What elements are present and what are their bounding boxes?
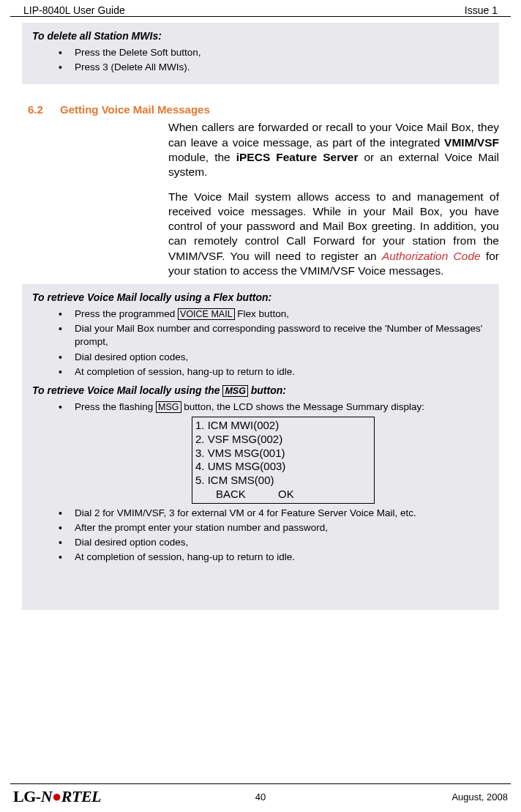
list-item: Dial your Mail Box number and correspond… xyxy=(59,322,489,349)
lcd-soft-buttons: BACK OK xyxy=(195,488,371,502)
lcd-line: 2. VSF MSG(002) xyxy=(195,433,371,447)
list-item: Dial desired option codes, xyxy=(59,536,489,549)
logo-dot-icon: ● xyxy=(52,787,61,805)
lcd-line: 4. UMS MSG(003) xyxy=(195,460,371,474)
list-item: At completion of session, hang-up to ret… xyxy=(59,365,489,379)
section-title: Getting Voice Mail Messages xyxy=(60,103,210,116)
instruction-box-delete-mwis: To delete all Station MWIs: Press the De… xyxy=(22,23,499,84)
lcd-line: 5. ICM SMS(00) xyxy=(195,474,371,488)
bullet-list: Press the programmed VOICE MAIL Flex but… xyxy=(32,308,489,379)
keycap-msg: MSG xyxy=(156,401,181,413)
paragraph: The Voice Mail system allows access to a… xyxy=(168,190,499,278)
box-heading: To retrieve Voice Mail locally using a F… xyxy=(32,291,489,303)
lcd-line: 1. ICM MWI(002) xyxy=(195,419,371,433)
list-item: Dial 2 for VMIM/VSF, 3 for external VM o… xyxy=(59,507,489,520)
bullet-list: Press the flashing MSG button, the LCD s… xyxy=(32,401,489,565)
text: button: xyxy=(248,384,286,396)
logo-lg: LG xyxy=(13,787,36,805)
text: To retrieve Voice Mail locally using the xyxy=(32,384,222,396)
list-item: Press 3 (Delete All MWIs). xyxy=(59,61,489,74)
page-number: 40 xyxy=(255,791,266,802)
text: Flex button, xyxy=(235,308,289,319)
list-item: Press the flashing MSG button, the LCD s… xyxy=(59,401,489,504)
logo-n: N xyxy=(41,787,52,805)
logo: LG-N●RTEL xyxy=(13,787,101,806)
issue-number: Issue 1 xyxy=(465,4,498,16)
text: module, the xyxy=(168,151,236,163)
box-heading: To delete all Station MWIs: xyxy=(32,30,489,42)
logo-rtel: RTEL xyxy=(61,787,101,805)
lcd-line: 3. VMS MSG(001) xyxy=(195,447,371,461)
text-bold: iPECS Feature Server xyxy=(236,151,359,163)
text: Press the programmed xyxy=(75,308,178,319)
page-header: LIP-8040L User Guide Issue 1 xyxy=(10,0,511,17)
soft-button-ok: OK xyxy=(278,488,294,500)
section-heading: 6.2Getting Voice Mail Messages xyxy=(28,103,499,116)
instruction-box-retrieve-vm: To retrieve Voice Mail locally using a F… xyxy=(22,284,499,610)
soft-button-back: BACK xyxy=(216,488,246,500)
text-emphasis: Authorization Code xyxy=(382,250,481,262)
keycap-voice-mail: VOICE MAIL xyxy=(178,308,235,320)
text: button, the LCD shows the Message Summar… xyxy=(181,401,424,412)
text-bold: VMIM/VSF xyxy=(444,136,499,149)
list-item: Press the programmed VOICE MAIL Flex but… xyxy=(59,308,489,321)
list-item: At completion of session, hang-up to ret… xyxy=(59,551,489,564)
list-item: Press the Delete Soft button, xyxy=(59,46,489,59)
keycap-msg: MSG xyxy=(222,385,247,397)
box-heading: To retrieve Voice Mail locally using the… xyxy=(32,384,489,396)
doc-title: LIP-8040L User Guide xyxy=(23,4,125,16)
section-number: 6.2 xyxy=(28,103,60,116)
logo-dash: - xyxy=(36,787,41,805)
paragraph: When callers are forwarded or recall to … xyxy=(168,120,499,179)
list-item: After the prompt enter your station numb… xyxy=(59,521,489,534)
footer-date: August, 2008 xyxy=(451,791,508,802)
list-item: Dial desired option codes, xyxy=(59,351,489,364)
bullet-list: Press the Delete Soft button, Press 3 (D… xyxy=(32,46,489,74)
text: Press the flashing xyxy=(75,401,156,412)
lcd-display: 1. ICM MWI(002) 2. VSF MSG(002) 3. VMS M… xyxy=(192,417,375,504)
page-footer: LG-N●RTEL 40 August, 2008 xyxy=(10,783,511,812)
